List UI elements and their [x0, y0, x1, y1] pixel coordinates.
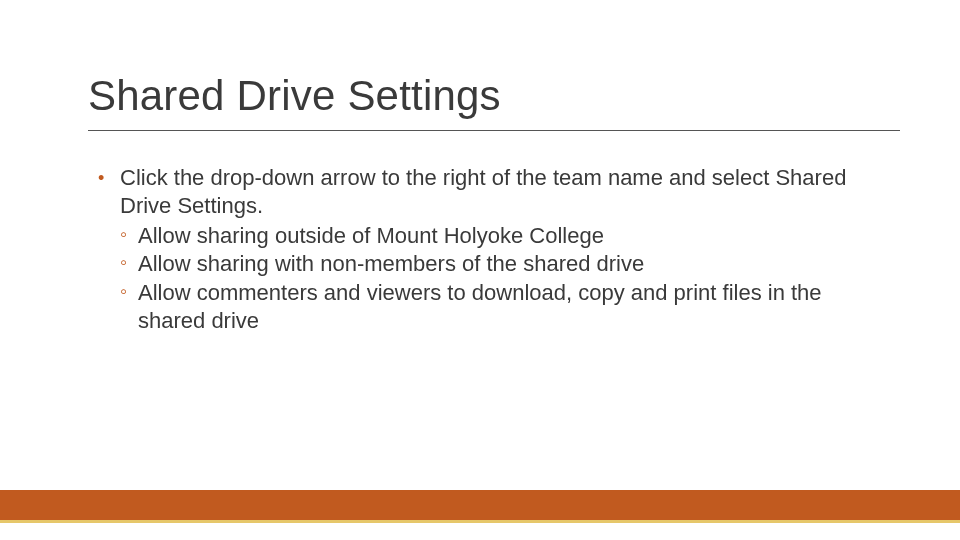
- title-underline: [88, 130, 900, 131]
- footer-bar: [0, 490, 960, 520]
- footer-accent: [0, 520, 960, 523]
- sub-bullet-icon: ◦: [120, 250, 127, 276]
- list-item: ◦ Allow sharing with non-members of the …: [120, 250, 880, 278]
- bullet-text: Click the drop-down arrow to the right o…: [120, 165, 846, 218]
- sub-bullet-icon: ◦: [120, 279, 127, 305]
- list-item: ◦ Allow sharing outside of Mount Holyoke…: [120, 222, 880, 250]
- sub-bullet-icon: ◦: [120, 222, 127, 248]
- sub-bullet-text: Allow sharing outside of Mount Holyoke C…: [138, 223, 604, 248]
- slide-body: • Click the drop-down arrow to the right…: [98, 164, 880, 335]
- list-item: ◦ Allow commenters and viewers to downlo…: [120, 279, 880, 335]
- sub-bullet-list: ◦ Allow sharing outside of Mount Holyoke…: [120, 222, 880, 335]
- slide-title: Shared Drive Settings: [88, 72, 890, 120]
- sub-bullet-text: Allow sharing with non-members of the sh…: [138, 251, 644, 276]
- bullet-icon: •: [98, 166, 104, 191]
- list-item: • Click the drop-down arrow to the right…: [98, 164, 880, 335]
- bullet-list: • Click the drop-down arrow to the right…: [98, 164, 880, 335]
- slide: Shared Drive Settings • Click the drop-d…: [0, 0, 960, 540]
- sub-bullet-text: Allow commenters and viewers to download…: [138, 280, 822, 333]
